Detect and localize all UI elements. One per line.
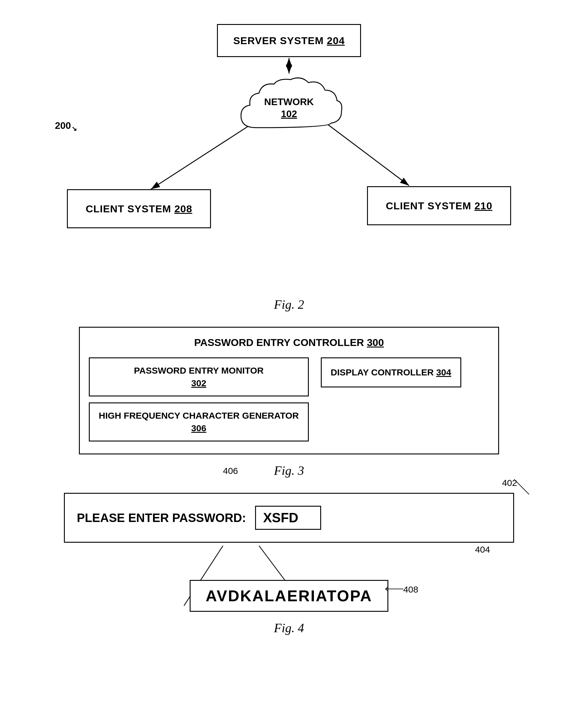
diagram-label-200: 200 ↘ [55,120,71,131]
client-system-208-box: CLIENT SYSTEM 208 [67,189,211,228]
svg-line-12 [385,589,388,591]
server-system-box: SERVER SYSTEM 204 [217,24,361,57]
fig4-caption: Fig. 4 [274,621,304,635]
svg-text:NETWORK: NETWORK [264,97,313,107]
fig4-input-box: XSFD [255,506,321,530]
ref-402-arrow [514,479,532,497]
password-entry-controller-box: PASSWORD ENTRY CONTROLLER 300 PASSWORD E… [79,327,499,454]
character-string-wrapper: AVDKALAERIATOPA 408 [190,580,388,612]
ref-408-arrow [385,583,409,595]
fig4-password-row: PLEASE ENTER PASSWORD: XSFD [77,506,501,530]
ref-402-label: 402 [502,478,517,488]
character-string-box: AVDKALAERIATOPA [190,580,388,612]
outer-box-title: PASSWORD ENTRY CONTROLLER 300 [89,337,489,348]
client-system-210-box: CLIENT SYSTEM 210 [367,186,511,225]
svg-line-11 [385,587,388,589]
password-entry-monitor-box: PASSWORD ENTRY MONITOR302 [89,357,309,396]
fig2-caption: Fig. 2 [274,297,304,312]
figure-2-diagram: 200 ↘ SERVER SYSTEM 204 [49,12,529,288]
network-cloud: NETWORK 102 [208,72,370,150]
ref-408-label: 408 [403,584,418,595]
inner-boxes-left: PASSWORD ENTRY MONITOR302 HIGH FREQUENCY… [89,357,309,441]
fig3-caption: Fig. 3 [274,463,304,478]
high-frequency-generator-box: HIGH FREQUENCY CHARACTER GENERATOR306 [89,402,309,441]
svg-text:102: 102 [281,108,297,119]
ref-406-label: 406 [223,466,238,476]
figure-3-diagram: PASSWORD ENTRY CONTROLLER 300 PASSWORD E… [79,327,499,454]
fig4-outer-box: PLEASE ENTER PASSWORD: XSFD [64,493,514,543]
display-controller-box: DISPLAY CONTROLLER 304 [321,357,461,387]
svg-line-7 [514,479,529,494]
fig4-input-wrapper: XSFD [255,506,321,530]
cloud-svg: NETWORK 102 [232,77,346,146]
figure-4-diagram: 402 406 PLEASE ENTER PASSWORD: XSFD 404 [64,493,514,612]
inner-boxes-row: PASSWORD ENTRY MONITOR302 HIGH FREQUENCY… [89,357,489,441]
password-prompt-label: PLEASE ENTER PASSWORD: [77,511,246,525]
